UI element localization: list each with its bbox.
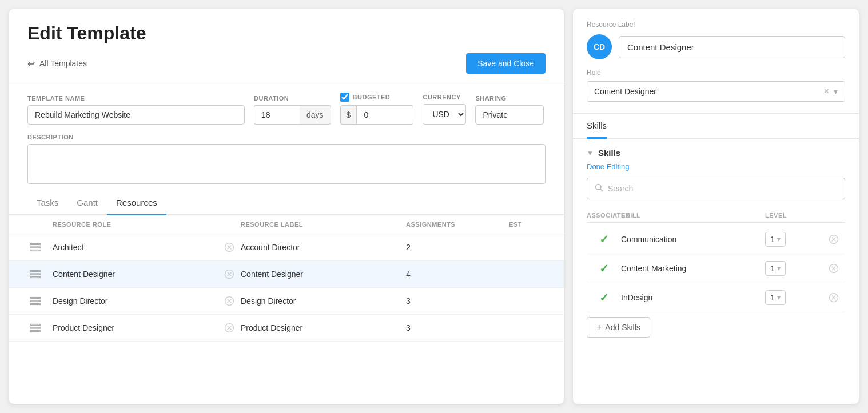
col-resource-role: RESOURCE ROLE <box>53 221 218 228</box>
skill-name-2: InDesign <box>621 293 765 302</box>
budgeted-label-text: BUDGETED <box>353 94 391 101</box>
row-label-0: Account Director <box>241 243 406 252</box>
remove-btn-0[interactable] <box>218 242 241 253</box>
budget-input[interactable] <box>356 105 413 125</box>
skill-level-chevron-1: ▾ <box>777 264 781 272</box>
skills-table-header: ASSOCIATED SKILL LEVEL <box>587 208 845 223</box>
remove-btn-1[interactable] <box>218 268 241 280</box>
col-assignments: ASSIGNMENTS <box>406 221 509 228</box>
skill-remove-1[interactable] <box>822 263 845 274</box>
row-role-1: Content Designer <box>53 270 218 279</box>
add-skills-button[interactable]: + Add Skills <box>587 317 650 338</box>
row-assignments-0: 2 <box>406 243 509 252</box>
row-drag-icon-0[interactable] <box>18 241 53 254</box>
row-assignments-3: 3 <box>406 323 509 332</box>
skill-level-value-1: 1 <box>770 264 775 273</box>
skill-remove-2[interactable] <box>822 292 845 303</box>
svg-rect-18 <box>31 324 41 326</box>
table-row: Product Designer Product Designer 3 <box>9 315 564 342</box>
skill-check-1: ✓ <box>587 262 621 275</box>
template-name-label: TEMPLATE NAME <box>27 95 245 102</box>
add-skills-label: Add Skills <box>605 323 640 332</box>
page-title: Edit Template <box>27 23 546 44</box>
duration-label: DURATION <box>254 95 331 102</box>
skill-level-1[interactable]: 1 ▾ <box>765 261 786 276</box>
currency-select[interactable]: USD <box>423 104 466 125</box>
skill-level-chevron-0: ▾ <box>777 235 781 243</box>
skill-level-2[interactable]: 1 ▾ <box>765 290 786 305</box>
sharing-label: SHARING <box>475 95 544 102</box>
col-icon-spacer <box>18 221 53 228</box>
check-icon-0: ✓ <box>599 232 609 246</box>
col-remove-spacer <box>218 221 241 228</box>
tab-resources[interactable]: Resources <box>107 191 166 215</box>
template-name-input[interactable] <box>27 105 245 125</box>
table-header: RESOURCE ROLE RESOURCE LABEL ASSIGNMENTS… <box>9 215 564 234</box>
currency-label: CURRENCY <box>423 94 466 101</box>
check-icon-1: ✓ <box>599 262 609 275</box>
back-link-label: All Templates <box>39 59 87 68</box>
resource-label-title: Resource Label <box>587 21 845 29</box>
role-clear-icon[interactable]: × <box>824 86 829 97</box>
avatar: CD <box>587 34 612 59</box>
role-select-container[interactable]: Content Designer × ▾ <box>587 81 845 102</box>
budget-prefix: $ <box>340 105 357 125</box>
svg-rect-1 <box>31 247 41 248</box>
skills-section-title: Skills <box>598 148 620 158</box>
role-select-value: Content Designer <box>594 87 824 96</box>
skill-check-0: ✓ <box>587 232 621 246</box>
row-label-2: Design Director <box>241 296 406 306</box>
svg-rect-7 <box>31 274 41 275</box>
row-drag-icon-2[interactable] <box>18 295 53 307</box>
role-chevron-icon[interactable]: ▾ <box>834 87 838 96</box>
row-role-3: Product Designer <box>53 323 218 332</box>
skill-row-0: ✓ Communication 1 ▾ <box>587 225 845 254</box>
row-drag-icon-3[interactable] <box>18 322 53 334</box>
tab-tasks[interactable]: Tasks <box>27 191 67 215</box>
row-assignments-1: 4 <box>406 270 509 279</box>
col-resource-label: RESOURCE LABEL <box>241 221 406 228</box>
skill-row-1: ✓ Content Marketing 1 ▾ <box>587 254 845 283</box>
remove-btn-2[interactable] <box>218 295 241 307</box>
skill-remove-0[interactable] <box>822 234 845 245</box>
role-label: Role <box>587 69 845 77</box>
row-role-0: Architect <box>53 243 218 252</box>
back-link[interactable]: ↩ All Templates <box>27 58 87 69</box>
row-drag-icon-1[interactable] <box>18 268 53 280</box>
duration-input[interactable] <box>254 105 300 125</box>
tab-skills[interactable]: Skills <box>587 114 607 139</box>
resource-name-input[interactable] <box>619 36 845 58</box>
skill-level-chevron-2: ▾ <box>777 294 781 302</box>
tab-gantt[interactable]: Gantt <box>67 191 107 215</box>
svg-rect-0 <box>31 244 41 245</box>
svg-rect-13 <box>31 300 41 302</box>
col-actions <box>822 212 845 219</box>
description-textarea[interactable] <box>27 144 546 184</box>
skills-body: ▼ Skills Done Editing ASSOCIATED SKILL L… <box>573 139 859 404</box>
row-label-1: Content Designer <box>241 270 406 279</box>
svg-rect-12 <box>31 298 41 299</box>
sharing-input[interactable] <box>475 105 544 125</box>
budgeted-label[interactable]: BUDGETED <box>340 93 414 102</box>
skills-toggle-icon[interactable]: ▼ <box>587 149 594 157</box>
done-editing-link[interactable]: Done Editing <box>587 162 845 171</box>
check-icon-2: ✓ <box>599 291 609 304</box>
search-input[interactable] <box>608 184 838 193</box>
plus-icon: + <box>596 322 602 332</box>
svg-rect-6 <box>31 271 41 272</box>
save-close-button[interactable]: Save and Close <box>466 53 546 74</box>
row-label-3: Product Designer <box>241 323 406 332</box>
skill-level-value-0: 1 <box>770 235 775 244</box>
remove-btn-3[interactable] <box>218 322 241 334</box>
skills-tabs: Skills <box>573 114 859 139</box>
row-role-2: Design Director <box>53 296 218 306</box>
svg-rect-8 <box>31 277 41 278</box>
budgeted-checkbox[interactable] <box>340 93 349 102</box>
description-label: DESCRIPTION <box>27 134 546 141</box>
svg-rect-14 <box>31 304 41 305</box>
search-bar <box>587 178 845 199</box>
col-level: LEVEL <box>765 212 822 219</box>
search-icon <box>594 183 603 194</box>
skill-level-0[interactable]: 1 ▾ <box>765 232 786 247</box>
resources-section: RESOURCE ROLE RESOURCE LABEL ASSIGNMENTS… <box>9 215 564 404</box>
